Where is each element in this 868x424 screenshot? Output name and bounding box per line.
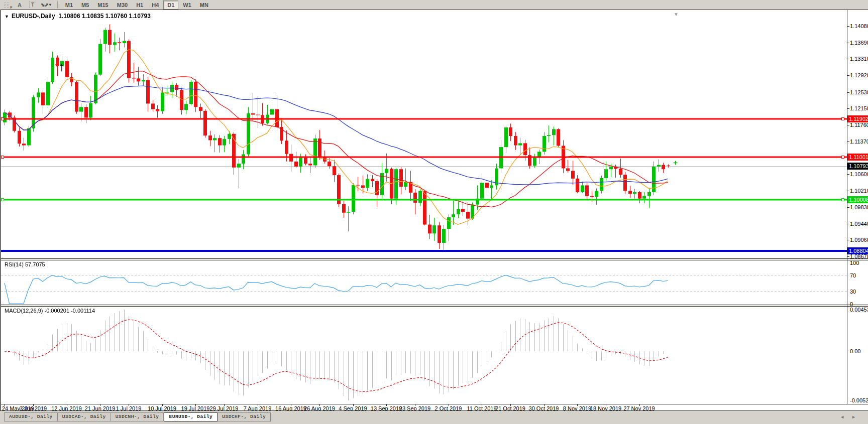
text-label-button[interactable]: A <box>15 1 25 9</box>
tab-scroll-left[interactable]: ◄ <box>840 414 851 419</box>
chart-window: ▼EURUSD-,Daily 1.10806 1.10835 1.10760 1… <box>0 10 868 410</box>
chart-tab-4[interactable]: USDCHF-, Daily <box>218 412 271 421</box>
macd-main-value: -0.000201 <box>44 308 69 314</box>
timeframe-button-m15[interactable]: M15 <box>93 1 112 10</box>
price-tick <box>847 59 849 59</box>
timeframe-button-w1[interactable]: W1 <box>179 1 195 10</box>
price-badge-current: 1.10793 <box>847 163 868 170</box>
price-tick-label: 1.12920 <box>850 72 868 78</box>
price-tick-label: 1.12150 <box>850 105 868 111</box>
price-tick <box>847 125 849 125</box>
price-badge-hline: 1.10008 <box>847 196 868 203</box>
macd-scale-min: -0.005205 <box>850 397 868 403</box>
period-separators-button[interactable]: F <box>2 1 12 9</box>
chart-tab-2[interactable]: USDCNH-, Daily <box>111 412 164 421</box>
main-chart-canvas[interactable] <box>1 11 847 258</box>
price-tick <box>847 92 849 93</box>
price-tick-label: 1.11760 <box>850 122 868 128</box>
price-tick-label: 1.12530 <box>850 89 868 95</box>
diagonal-arrows-icon: ⬊⬈ <box>41 2 48 8</box>
price-tick-label: 1.08670 <box>850 253 868 259</box>
chart-title: ▼EURUSD-,Daily 1.10806 1.10835 1.10760 1… <box>5 13 151 20</box>
price-tick <box>847 142 849 142</box>
rsi-canvas[interactable] <box>1 260 847 305</box>
text-box-button[interactable]: T <box>28 1 38 9</box>
chart-tabs: AUDUSD-, DailyUSDCAD-, DailyUSDCNH-, Dai… <box>4 412 271 421</box>
price-badge-hline: 1.11902 <box>847 115 868 122</box>
price-tick-label: 1.13690 <box>850 40 868 46</box>
macd-signal-value: -0.001114 <box>71 308 95 314</box>
toolbar-separator <box>56 1 58 9</box>
chart-tab-3[interactable]: EURUSD-, Daily <box>164 412 218 421</box>
price-tick-label: 1.11370 <box>850 138 868 145</box>
ohlc-close: 1.10793 <box>129 13 150 20</box>
chart-tab-0[interactable]: AUDUSD-, Daily <box>4 412 58 421</box>
rsi-scale-label: 100 <box>850 260 859 266</box>
macd-scale-zero: 0.00 <box>850 348 860 354</box>
chevron-down-icon: ▾ <box>49 3 51 7</box>
dotted-grid-icon: F <box>4 2 10 8</box>
timeframe-button-m1[interactable]: M1 <box>61 1 77 10</box>
pane-separator[interactable] <box>1 258 868 260</box>
rsi-scale-label: 70 <box>850 272 856 278</box>
price-tick <box>847 191 849 191</box>
price-tick <box>847 108 849 109</box>
price-tick <box>847 256 849 257</box>
price-tick-label: 1.09440 <box>850 221 868 227</box>
price-tick <box>847 240 849 240</box>
ohlc-low: 1.10760 <box>105 13 127 20</box>
timeframe-button-d1[interactable]: D1 <box>163 1 178 10</box>
timeframe-button-h1[interactable]: H1 <box>132 1 147 10</box>
timeframe-button-m30[interactable]: M30 <box>113 1 132 10</box>
chart-tab-bar: AUDUSD-, DailyUSDCAD-, DailyUSDCNH-, Dai… <box>0 410 868 424</box>
macd-scale-max: 0.004536 <box>850 307 868 313</box>
price-tick <box>847 75 849 76</box>
rsi-scale-label: 30 <box>850 289 856 295</box>
cycle-arrows-button[interactable]: ⬊⬈ ▾ <box>41 1 51 9</box>
text-box-icon: T <box>29 2 36 8</box>
price-badge-hline: 1.08804 <box>847 247 868 254</box>
time-axis-line <box>1 404 868 404</box>
rsi-value: 57.7075 <box>25 261 45 267</box>
macd-pane-label: MACD(12,26,9) -0.000201 -0.001114 <box>5 308 95 314</box>
macd-canvas[interactable] <box>1 307 847 404</box>
chart-shift-marker[interactable]: ▼ <box>674 12 679 17</box>
price-tick-label: 1.14080 <box>850 23 868 29</box>
ohlc-high: 1.10835 <box>82 13 103 20</box>
tab-scroll-right[interactable]: ► <box>851 414 863 419</box>
price-tick <box>847 26 849 27</box>
price-tick-label: 1.13310 <box>850 56 868 62</box>
price-tick <box>847 224 849 224</box>
chart-dropdown-icon[interactable]: ▼ <box>5 14 9 19</box>
timeframe-button-h4[interactable]: H4 <box>148 1 163 10</box>
price-badge-hline: 1.11001 <box>847 154 868 161</box>
price-tick <box>847 43 849 43</box>
toolbar: F A T ⬊⬈ ▾ M1M5M15M30H1H4D1W1MN <box>0 0 868 10</box>
ohlc-open: 1.10806 <box>58 13 80 20</box>
chart-symbol-label: EURUSD-,Daily <box>12 13 55 20</box>
price-tick-label: 1.10210 <box>850 188 868 194</box>
price-tick-label: 1.09060 <box>850 237 868 243</box>
price-tick <box>847 207 849 208</box>
timeframe-button-m5[interactable]: M5 <box>77 1 93 10</box>
rsi-pane-label: RSI(14) 57.7075 <box>5 261 45 267</box>
price-tick-label: 1.10600 <box>850 171 868 177</box>
timeframe-button-group: M1M5M15M30H1H4D1W1MN <box>61 1 213 10</box>
chart-tab-1[interactable]: USDCAD-, Daily <box>58 412 111 421</box>
price-tick-label: 1.09830 <box>850 204 868 210</box>
tab-scroll-arrows: ◄► <box>840 414 863 419</box>
pane-separator[interactable] <box>1 305 868 307</box>
timeframe-button-mn[interactable]: MN <box>196 1 212 10</box>
letter-a-icon: A <box>18 2 22 8</box>
price-tick <box>847 174 849 175</box>
